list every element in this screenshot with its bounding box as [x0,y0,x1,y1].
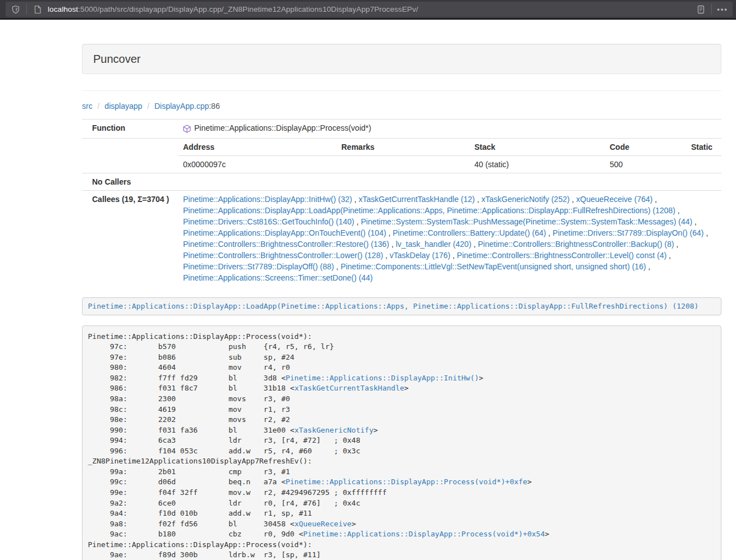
function-stats-table: Address Remarks Stack Code Static 0x0000… [179,139,721,173]
callees-row: Callees (19, Σ=3704 ) Pinetime::Applicat… [82,190,721,286]
reader-mode-icon[interactable] [693,2,708,16]
callee-link[interactable]: Pinetime::Controllers::BrightnessControl… [183,240,389,249]
more-options-glyph: ••• [717,5,728,13]
callee-link[interactable]: Pinetime::Controllers::Battery::Update()… [393,228,546,237]
breadcrumb: src / displayapp / DisplayApp.cpp:86 [82,100,721,112]
breadcrumb-link-displayapp[interactable]: displayapp [104,102,142,111]
callee-link[interactable]: Pinetime::Components::LittleVgl::SetNewT… [341,262,646,271]
function-row: Function Pinetime::Applications::Display… [82,120,721,139]
disassembly-symbol-link[interactable]: Pinetime::Applications::DisplayApp::Init… [286,374,479,382]
function-name: Pinetime::Applications::DisplayApp::Proc… [194,122,371,134]
col-remarks: Remarks [337,139,470,156]
page-container: Puncover src / displayapp / DisplayApp.c… [82,44,721,560]
disassembly-symbol-link[interactable]: xQueueReceive [294,520,351,528]
address-value: 0x0000097c [179,155,337,173]
app-header-panel: Puncover [82,44,721,74]
highlighted-callee-link[interactable]: Pinetime::Applications::DisplayApp::Load… [88,302,699,310]
remarks-value [337,155,470,173]
breadcrumb-separator: / [144,102,152,111]
callee-link[interactable]: Pinetime::Controllers::BrightnessControl… [457,251,666,260]
col-static: Static [687,139,721,156]
callee-link[interactable]: xTaskGetCurrentTaskHandle (12) [359,195,475,204]
callee-link[interactable]: Pinetime::System::SystemTask::PushMessag… [361,217,693,226]
col-address: Address [179,139,337,156]
breadcrumb-link-src[interactable]: src [82,102,93,111]
divider [82,90,721,91]
breadcrumb-line-number: :86 [209,102,220,111]
highlighted-callee-block: Pinetime::Applications::DisplayApp::Load… [82,297,721,316]
urlbar-separator [26,4,27,15]
url-path: :5000/path/src/displayapp/DisplayApp.cpp… [78,5,418,13]
breadcrumb-link-file[interactable]: DisplayApp.cpp [154,102,209,111]
callee-link[interactable]: vTaskDelay (176) [390,251,450,260]
browser-toolbar: localhost:5000/path/src/displayapp/Displ… [0,0,736,20]
disassembly-symbol-link[interactable]: xTaskGenericNotify [294,426,373,434]
callees-list: Pinetime::Applications::DisplayApp::Init… [179,190,721,286]
static-value [687,155,721,173]
callee-link[interactable]: Pinetime::Controllers::BrightnessControl… [183,251,383,260]
function-stats-row: Address Remarks Stack Code Static 0x0000… [82,138,721,173]
stack-value: 40 (static) [470,155,605,173]
code-value: 500 [605,155,687,173]
disassembly-symbol-link[interactable]: Pinetime::Applications::DisplayApp::Proc… [286,478,527,486]
callee-link[interactable]: Pinetime::Applications::Screens::Timer::… [183,273,373,282]
url-text[interactable]: localhost:5000/path/src/displayapp/Displ… [48,5,693,13]
no-callers-label: No Callers [82,173,179,190]
empty-label-cell [82,138,179,173]
breadcrumb-separator: / [95,102,103,111]
callee-link[interactable]: Pinetime::Drivers::St7789::DisplayOff() … [183,262,334,271]
callee-link[interactable]: Pinetime::Controllers::BrightnessControl… [478,240,674,249]
symbol-cube-icon [183,125,191,133]
stats-value-row: 0x0000097c 40 (static) 500 [179,155,721,173]
url-bar[interactable]: localhost:5000/path/src/displayapp/Displ… [6,2,733,17]
page-icon[interactable] [30,2,45,16]
shield-icon[interactable] [8,2,24,16]
callee-link[interactable]: lv_task_handler (420) [396,240,472,249]
disassembly-block: Pinetime::Applications::DisplayApp::Proc… [82,325,721,560]
callee-link[interactable]: Pinetime::Drivers::Cst816S::GetTouchInfo… [183,217,354,226]
page-title: Puncover [93,52,710,66]
callee-link[interactable]: xQueueReceive (764) [576,195,652,204]
callees-label: Callees (19, Σ=3704 ) [82,190,179,286]
callee-link[interactable]: xTaskGenericNotify (252) [481,195,569,204]
url-host: localhost [48,5,78,13]
no-callers-row: No Callers [82,173,721,190]
function-detail-table: Function Pinetime::Applications::Display… [82,119,721,286]
col-code: Code [605,139,687,156]
urlbar-separator-right [711,4,712,15]
more-options-icon[interactable]: ••• [715,2,730,16]
disassembly-symbol-link[interactable]: Pinetime::Applications::DisplayApp::Proc… [303,530,545,538]
callee-link[interactable]: Pinetime::Applications::DisplayApp::OnTo… [183,228,386,237]
callee-link[interactable]: Pinetime::Applications::DisplayApp::Load… [183,206,675,215]
function-label: Function [82,120,179,139]
col-stack: Stack [470,139,605,156]
callee-link[interactable]: Pinetime::Applications::DisplayApp::Init… [183,195,352,204]
disassembly-symbol-link[interactable]: xTaskGetCurrentTaskHandle [294,384,404,392]
callee-link[interactable]: Pinetime::Drivers::St7789::DisplayOn() (… [552,228,703,237]
